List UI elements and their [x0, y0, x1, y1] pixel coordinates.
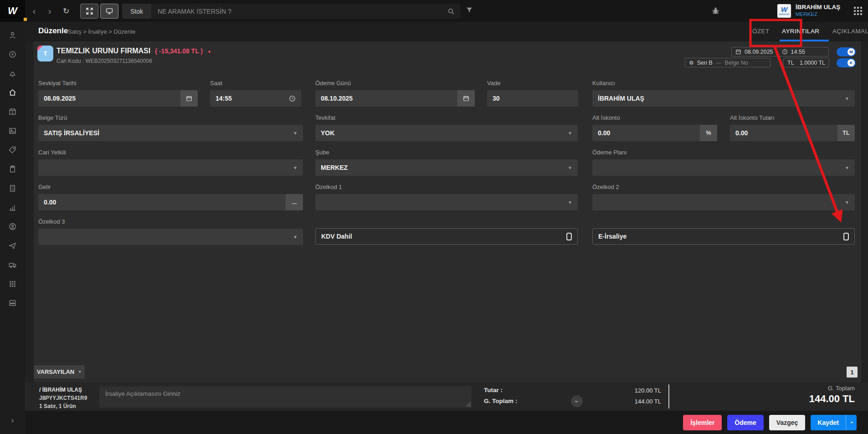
tag-icon[interactable]	[0, 140, 25, 159]
bell-icon[interactable]	[0, 64, 25, 83]
currency-rate: 1.0000 TL	[800, 60, 825, 66]
kaydet-button[interactable]: Kaydet ›	[811, 415, 857, 430]
search-input[interactable]	[151, 8, 447, 15]
page-number-badge[interactable]: 1	[847, 367, 858, 378]
apps-menu-icon[interactable]	[854, 7, 862, 15]
company-avatar[interactable]: T	[37, 46, 53, 61]
odeme-gunu-label: Ödeme Günü	[315, 80, 475, 87]
cards-icon[interactable]	[0, 293, 25, 312]
grand-total-label: G. Toplam	[809, 385, 855, 392]
tab-ayrintilar[interactable]: AYRINTILAR	[782, 28, 820, 35]
currency-rate-field[interactable]: TL 1.0000 TL	[783, 58, 829, 67]
kdv-dahil-checkbox[interactable]	[566, 233, 572, 240]
breadcrumb[interactable]: Satış > İrsaliye > Düzenle	[68, 28, 135, 35]
package-icon[interactable]	[0, 102, 25, 121]
apps-icon[interactable]	[0, 274, 25, 293]
kdv-dahil-row: KDV Dahil	[315, 228, 578, 245]
e-irsaliye-checkbox[interactable]	[843, 233, 849, 240]
gallery-icon[interactable]	[0, 121, 25, 140]
aciklama-wrap	[99, 386, 472, 408]
chevron-down-icon: ▼	[568, 165, 572, 170]
tab-ozet[interactable]: ÖZET	[752, 28, 770, 35]
user-icon[interactable]	[0, 26, 25, 45]
aciklama-textarea[interactable]	[99, 386, 472, 408]
calendar-picker-button[interactable]	[180, 90, 198, 107]
bug-report-icon[interactable]	[711, 6, 720, 15]
e-irsaliye-label: E-İrsaliye	[598, 233, 627, 240]
grand-total-value: 144.00 TL	[809, 393, 855, 405]
building-icon[interactable]	[0, 179, 25, 198]
filter-icon[interactable]	[466, 6, 473, 14]
account-icon[interactable]	[0, 217, 25, 236]
gelir-field[interactable]: 0.00 ...	[38, 194, 303, 210]
vade-field[interactable]: 30	[487, 90, 578, 107]
sevkiyat-tarihi-field[interactable]: 08.09.2025	[38, 90, 198, 107]
clock-icon[interactable]	[289, 95, 296, 102]
send-icon[interactable]	[0, 236, 25, 255]
belge-turu-select[interactable]: SATIŞ İRSALİYESİ ▼	[38, 125, 303, 141]
toggle-k-knob: K	[847, 59, 855, 66]
document-datetime-field[interactable]: 08.09.2025 14:55	[731, 47, 829, 56]
cari-yetkili-select[interactable]: ▼	[38, 159, 303, 176]
kaydet-options-button[interactable]: ›	[846, 419, 857, 426]
monitor-view-button[interactable]	[100, 4, 118, 19]
app-logo[interactable]: W	[0, 0, 25, 22]
refresh-button[interactable]: ↻	[59, 0, 73, 22]
calendar-icon	[186, 95, 192, 102]
global-search: Stok	[122, 4, 460, 19]
gtoplam-label: G. Toplam :	[484, 398, 517, 404]
app-window: W ‹ › ↻ Stok W webticari İBRA	[0, 0, 868, 434]
chevron-right-icon: ›	[11, 416, 14, 425]
fullscreen-button[interactable]	[80, 4, 98, 19]
clipboard-icon[interactable]	[0, 159, 25, 179]
chart-icon[interactable]	[0, 198, 25, 217]
ozelkod3-select[interactable]: ▼	[38, 229, 303, 245]
calendar-picker-button[interactable]	[457, 90, 475, 107]
document-card: T TEMIZLIK URUNU FIRMASI ( -15,341.08 TL…	[34, 41, 861, 383]
home-icon[interactable]	[0, 83, 25, 102]
totals-expand-button[interactable]: ›	[571, 395, 583, 407]
odeme-gunu-field[interactable]: 08.10.2025	[315, 90, 475, 107]
ozelkod1-select[interactable]: ▼	[315, 194, 578, 210]
search-icon[interactable]	[447, 8, 455, 15]
kdv-dahil-label: KDV Dahil	[321, 233, 352, 240]
toggle-k[interactable]: K	[837, 58, 856, 67]
ozelkod2-select[interactable]: ▼	[592, 194, 855, 210]
odeme-plani-select[interactable]: ▼	[592, 159, 855, 176]
vade-label: Vade	[487, 80, 578, 87]
forward-button[interactable]: ›	[43, 0, 56, 22]
saat-field[interactable]: 14:55	[210, 90, 301, 107]
alt-iskonto-tutari-field[interactable]: 0.00 TL	[730, 125, 855, 141]
tutar-label: Tutar :	[484, 387, 503, 393]
balance-dropdown-icon[interactable]: ▼	[207, 50, 211, 54]
currency-code: TL	[787, 60, 794, 66]
truck-icon[interactable]	[0, 255, 25, 274]
kullanici-select[interactable]: İBRAHİM ULAŞ ▼	[592, 90, 855, 107]
search-scope-chip[interactable]: Stok	[122, 4, 151, 19]
odeme-button[interactable]: Ödeme	[727, 415, 763, 430]
user-name: İBRAHİM ULAŞ	[796, 4, 840, 10]
tab-aciklamalar[interactable]: AÇIKLAMALAR	[832, 28, 868, 35]
compass-icon[interactable]	[0, 45, 25, 64]
toggle-m[interactable]: M	[837, 47, 856, 56]
vazgec-button[interactable]: Vazgeç	[769, 415, 805, 430]
saat-label: Saat	[210, 80, 301, 87]
doc-row-count: 1 Satır, 1 Ürün	[39, 402, 87, 410]
kaydet-label: Kaydet	[811, 419, 846, 426]
user-avatar[interactable]: W webticari	[777, 4, 791, 18]
tevkifat-value: YOK	[321, 129, 334, 137]
seri-belgeno-field[interactable]: ⚙ Seri B — Belge No	[685, 58, 770, 67]
tevkifat-select[interactable]: YOK ▼	[315, 125, 578, 141]
sevkiyat-tarihi-value: 08.09.2025	[44, 95, 76, 102]
tl-suffix: TL	[837, 125, 855, 141]
alt-iskonto-field[interactable]: 0.00 %	[592, 125, 717, 141]
ellipsis-button[interactable]: ...	[286, 194, 303, 210]
fullscreen-icon	[86, 7, 93, 15]
varsayilan-dropdown[interactable]: VARSAYILAN ▼	[34, 365, 85, 378]
grand-total-block: G. Toplam 144.00 TL	[809, 385, 855, 405]
sube-select[interactable]: MERKEZ ▼	[315, 159, 578, 176]
user-menu[interactable]: İBRAHİM ULAŞ MERKEZ	[796, 4, 840, 17]
sidebar-expand-button[interactable]: ›	[0, 416, 25, 427]
islemler-button[interactable]: İşlemler	[683, 415, 722, 430]
back-button[interactable]: ‹	[27, 0, 41, 22]
